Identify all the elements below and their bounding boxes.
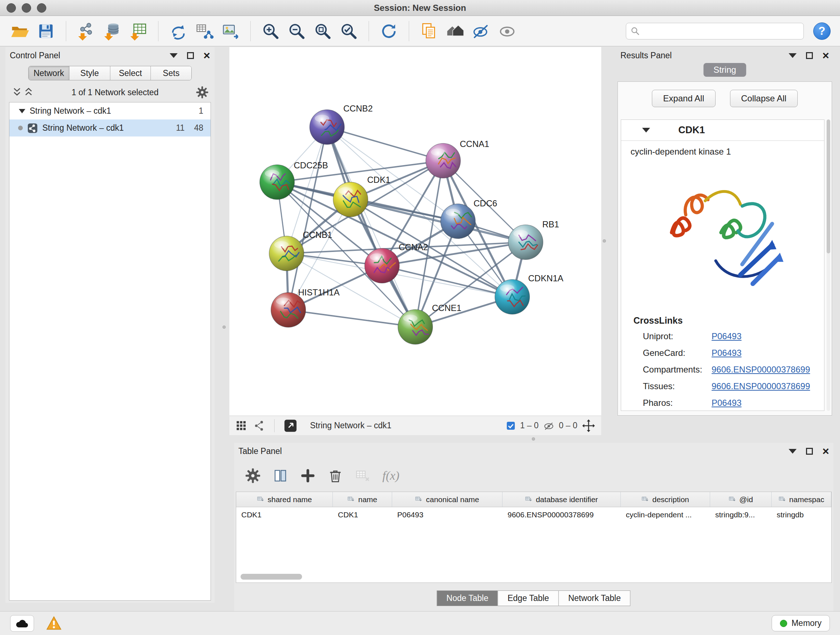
selected-checkbox-icon[interactable] <box>506 421 516 431</box>
toolbar-button-network-from-table[interactable] <box>194 21 215 42</box>
column-header--id[interactable]: @id <box>710 492 772 507</box>
left-splitter-handle[interactable] <box>223 325 226 329</box>
gene-section-header[interactable]: CDK1 <box>621 120 824 141</box>
network-edge-HIST1H1A-CCNE1[interactable] <box>288 310 415 327</box>
export-network-view-button[interactable] <box>283 418 298 433</box>
toolbar-button-home[interactable] <box>445 21 466 42</box>
grid-view-button[interactable] <box>235 420 248 432</box>
column-header-namespac[interactable]: namespac <box>772 492 831 507</box>
panel-menu-caret-icon[interactable] <box>170 53 178 58</box>
collapse-all-button[interactable]: Collapse All <box>730 90 798 107</box>
delete-column-button[interactable] <box>327 468 343 484</box>
network-node-CDKN1A[interactable] <box>495 279 530 314</box>
minimize-window-button[interactable] <box>22 3 31 13</box>
network-node-CCNE1[interactable] <box>398 310 433 344</box>
results-scrollbar[interactable] <box>827 119 830 411</box>
delete-table-button[interactable] <box>355 468 371 484</box>
tab-network[interactable]: Network <box>28 66 69 80</box>
birdseye-view-button[interactable] <box>253 420 265 432</box>
crosslink-value-link[interactable]: P06493 <box>712 398 742 408</box>
toolbar-button-zoom-selected[interactable] <box>338 21 359 42</box>
section-caret-icon[interactable] <box>642 128 650 133</box>
bottom-splitter-handle[interactable] <box>532 437 535 440</box>
network-collection-row[interactable]: String Network – cdk1 1 <box>9 103 210 119</box>
toolbar-button-new-network[interactable] <box>168 21 189 42</box>
network-node-CDC6[interactable] <box>441 204 475 239</box>
memory-button[interactable]: Memory <box>772 615 830 631</box>
network-edge-CDK1-RB1[interactable] <box>351 200 526 242</box>
tab-network-table[interactable]: Network Table <box>559 591 630 606</box>
close-window-button[interactable] <box>6 3 16 13</box>
tab-sets[interactable]: Sets <box>151 66 191 80</box>
column-header-description[interactable]: description <box>621 492 710 507</box>
close-panel-icon[interactable]: × <box>203 50 210 61</box>
table-options-gear-icon[interactable] <box>245 468 261 484</box>
network-node-CCNB2[interactable] <box>309 110 344 144</box>
table-horizontal-scrollbar[interactable] <box>240 574 302 580</box>
toolbar-button-import-network-database[interactable] <box>102 21 123 42</box>
collapse-caret-icon[interactable] <box>19 109 25 113</box>
network-node-CCNA2[interactable] <box>365 249 399 283</box>
column-header-database-identifier[interactable]: database identifier <box>502 492 621 507</box>
column-header-canonical-name[interactable]: canonical name <box>392 492 502 507</box>
network-edge-CCNB2-CCNE1[interactable] <box>327 127 415 327</box>
toolbar-button-hide-selected[interactable] <box>471 21 492 42</box>
toolbar-button-open-session[interactable] <box>9 21 30 42</box>
panel-menu-caret-icon[interactable] <box>789 53 797 58</box>
crosslink-value-link[interactable]: 9606.ENSP00000378699 <box>712 364 810 375</box>
float-panel-icon[interactable] <box>187 52 194 59</box>
network-node-CCNA1[interactable] <box>426 143 461 178</box>
toolbar-button-save-session[interactable] <box>35 21 57 42</box>
crosslink-value-link[interactable]: P06493 <box>712 331 742 341</box>
zoom-window-button[interactable] <box>37 3 46 13</box>
toolbar-button-zoom-in[interactable] <box>260 21 281 42</box>
search-input[interactable] <box>644 27 800 36</box>
close-panel-icon[interactable]: × <box>822 50 829 61</box>
float-panel-icon[interactable] <box>806 448 813 455</box>
toolbar-button-zoom-fit[interactable] <box>312 21 333 42</box>
double-chevron-down-icon[interactable] <box>11 87 23 98</box>
function-builder-button[interactable]: f(x) <box>382 469 399 483</box>
network-node-RB1[interactable] <box>508 225 543 260</box>
toolbar-button-import-network-file[interactable] <box>76 21 96 42</box>
add-column-button[interactable] <box>300 468 316 484</box>
crosslink-value-link[interactable]: P06493 <box>712 348 742 358</box>
network-edge-CCNB2-CCNA1[interactable] <box>327 127 443 161</box>
network-row[interactable]: String Network – cdk1 11 48 <box>9 119 210 136</box>
pan-crosshair-icon[interactable] <box>582 419 595 432</box>
double-chevron-up-icon[interactable] <box>23 87 34 98</box>
network-canvas[interactable]: CCNB2CCNA1CDC25BCDK1CDC6RB1CCNB1CCNA2CDK… <box>229 47 601 416</box>
right-splitter-handle[interactable] <box>603 239 606 242</box>
crosslink-label: Uniprot: <box>643 331 712 341</box>
toolbar-button-refresh-layout[interactable] <box>378 21 399 42</box>
cloud-button[interactable] <box>10 615 34 632</box>
expand-all-button[interactable]: Expand All <box>652 90 715 107</box>
toolbar-button-duplicate-document[interactable] <box>418 21 439 42</box>
table-row[interactable]: CDK1CDK1P064939606.ENSP00000378699cyclin… <box>236 507 831 523</box>
tab-select[interactable]: Select <box>111 66 151 80</box>
search-box[interactable] <box>626 23 804 40</box>
network-node-CDC25B[interactable] <box>260 165 294 200</box>
warning-icon[interactable] <box>46 615 62 632</box>
column-header-shared-name[interactable]: shared name <box>236 492 333 507</box>
tab-style[interactable]: Style <box>69 66 111 80</box>
toolbar-button-show-all[interactable] <box>497 21 518 42</box>
close-panel-icon[interactable]: × <box>822 445 829 457</box>
float-panel-icon[interactable] <box>806 52 813 59</box>
network-options-gear-icon[interactable] <box>196 86 209 99</box>
column-header-name[interactable]: name <box>333 492 392 507</box>
network-edge-CCNB2-HIST1H1A[interactable] <box>288 127 327 310</box>
tab-string[interactable]: String <box>703 63 746 77</box>
network-node-CDK1[interactable] <box>333 182 368 217</box>
toolbar-button-import-table[interactable] <box>128 21 149 42</box>
toolbar-button-zoom-out[interactable] <box>286 21 307 42</box>
toolbar-button-export-image[interactable] <box>220 21 241 42</box>
network-node-CCNB1[interactable] <box>269 236 304 271</box>
show-columns-button[interactable] <box>272 468 288 484</box>
crosslink-value-link[interactable]: 9606.ENSP00000378699 <box>712 381 810 391</box>
help-button[interactable]: ? <box>813 22 831 40</box>
network-node-HIST1H1A[interactable] <box>271 293 306 327</box>
panel-menu-caret-icon[interactable] <box>789 449 797 454</box>
tab-node-table[interactable]: Node Table <box>437 591 498 606</box>
tab-edge-table[interactable]: Edge Table <box>498 591 559 606</box>
